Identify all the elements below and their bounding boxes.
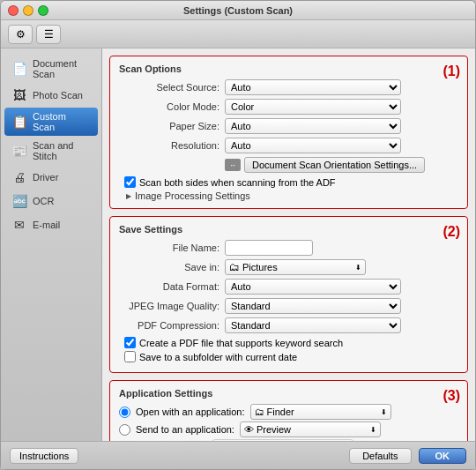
pdf-compression-select[interactable]: StandardLowHigh (225, 317, 401, 333)
paper-size-label: Paper Size: (119, 121, 225, 131)
subfolder-label: Save to a subfolder with current date (139, 352, 297, 362)
folder-icon: 🗂 (229, 261, 240, 273)
image-processing-label: Image Processing Settings (135, 190, 250, 201)
keyword-search-label: Create a PDF file that supports keyword … (139, 338, 343, 348)
select-source-row: Select Source: AutoFlatbedADF (119, 79, 458, 95)
open-with-label: Open with an application: (136, 407, 245, 417)
sidebar-label-ocr: OCR (33, 196, 54, 206)
photo-scan-icon: 🖼 (11, 87, 27, 103)
paper-size-row: Paper Size: AutoLetterA4Legal (119, 118, 458, 134)
pdf-compression-row: PDF Compression: StandardLowHigh (119, 317, 458, 333)
resolution-row: Resolution: Auto75150300600 (119, 138, 458, 153)
toolbar-icon-2: ☰ (44, 28, 54, 41)
paper-size-select[interactable]: AutoLetterA4Legal (225, 118, 401, 134)
scan-options-title: Scan Options (119, 63, 458, 74)
save-settings-section: Save Settings (2) File Name: IMG Save in… (109, 216, 468, 373)
send-to-app-row: Send to an application: 👁 Preview ⬇ (119, 422, 458, 437)
app-settings-title: Application Settings (119, 388, 458, 399)
main-window: Settings (Custom Scan) ⚙ ☰ 📄 Document Sc… (0, 0, 476, 470)
ok-button[interactable]: OK (419, 448, 467, 464)
sidebar-item-scan-stitch[interactable]: 📰 Scan and Stitch (4, 137, 98, 165)
color-mode-control: ColorGrayscaleBlack and White (225, 99, 401, 115)
scan-both-sides-checkbox[interactable] (124, 176, 136, 188)
select-source-select[interactable]: AutoFlatbedADF (225, 79, 401, 95)
subfolder-checkbox[interactable] (124, 351, 136, 362)
main-content: 📄 Document Scan 🖼 Photo Scan 📋 Custom Sc… (1, 48, 475, 441)
sidebar-item-email[interactable]: ✉ E-mail (4, 213, 98, 236)
save-in-select[interactable]: 🗂 Pictures ⬇ (225, 259, 366, 275)
open-with-row: Open with an application: 🗂 Finder ⬇ (119, 404, 458, 420)
send-to-app-arrow-icon: ⬇ (370, 426, 376, 434)
sidebar-label-driver: Driver (33, 172, 58, 183)
save-in-row: Save in: 🗂 Pictures ⬇ (119, 259, 458, 275)
titlebar: Settings (Custom Scan) (1, 1, 475, 20)
expand-triangle-icon: ▶ (126, 192, 131, 200)
file-name-input[interactable]: IMG (225, 240, 313, 256)
paper-size-control: AutoLetterA4Legal (225, 118, 401, 134)
toolbar: ⚙ ☰ (1, 20, 475, 48)
defaults-button[interactable]: Defaults (349, 448, 411, 464)
send-to-app-label: Send to an application: (136, 424, 234, 435)
toolbar-button-2[interactable]: ☰ (36, 25, 61, 44)
sidebar-label-photo-scan: Photo Scan (33, 90, 83, 101)
app-settings-section: Application Settings (3) Open with an ap… (109, 380, 468, 441)
send-to-app-select[interactable]: 👁 Preview ⬇ (240, 422, 381, 437)
select-source-label: Select Source: (119, 82, 225, 93)
sidebar-item-custom-scan[interactable]: 📋 Custom Scan (4, 108, 98, 136)
data-format-row: Data Format: AutoJPEGPNGPDFTIFF (119, 279, 458, 295)
data-format-control: AutoJPEGPNGPDFTIFF (225, 279, 401, 295)
toolbar-button-1[interactable]: ⚙ (8, 25, 33, 44)
send-to-app-radio[interactable] (119, 424, 130, 436)
send-to-app-value: Preview (257, 424, 291, 435)
file-name-label: File Name: (119, 242, 225, 253)
sidebar-item-driver[interactable]: 🖨 Driver (4, 166, 98, 189)
sidebar-label-email: E-mail (33, 220, 60, 230)
sidebar: 📄 Document Scan 🖼 Photo Scan 📋 Custom Sc… (1, 48, 102, 441)
sidebar-label-custom-scan: Custom Scan (33, 111, 91, 132)
color-mode-label: Color Mode: (119, 101, 225, 112)
document-scan-icon: 📄 (11, 61, 27, 77)
data-format-select[interactable]: AutoJPEGPNGPDFTIFF (225, 279, 401, 295)
minimize-button[interactable] (23, 5, 33, 16)
toolbar-icon-1: ⚙ (16, 28, 26, 41)
sidebar-item-document-scan[interactable]: 📄 Document Scan (4, 55, 98, 83)
resolution-select[interactable]: Auto75150300600 (225, 138, 401, 153)
bottom-right-buttons: Defaults OK (349, 448, 466, 464)
sidebar-item-ocr[interactable]: 🔤 OCR (4, 190, 98, 213)
jpeg-quality-label: JPEG Image Quality: (119, 301, 225, 311)
instructions-button[interactable]: Instructions (10, 448, 78, 464)
app-settings-number: (3) (443, 388, 460, 404)
save-in-value: Pictures (242, 262, 278, 272)
open-with-radio[interactable] (119, 407, 130, 418)
keyword-search-checkbox[interactable] (124, 337, 136, 348)
sidebar-label-document-scan: Document Scan (33, 58, 91, 79)
jpeg-quality-select[interactable]: StandardLowHigh (225, 298, 401, 314)
sidebar-item-photo-scan[interactable]: 🖼 Photo Scan (4, 84, 98, 107)
pdf-compression-control: StandardLowHigh (225, 317, 401, 333)
ocr-icon: 🔤 (11, 193, 27, 209)
right-panel: Scan Options (1) Select Source: AutoFlat… (102, 48, 475, 441)
image-processing-row[interactable]: ▶ Image Processing Settings (119, 190, 458, 201)
driver-icon: 🖨 (11, 169, 27, 185)
custom-scan-icon: 📋 (11, 114, 27, 130)
open-with-arrow-icon: ⬇ (381, 408, 387, 416)
open-with-select[interactable]: 🗂 Finder ⬇ (250, 404, 391, 420)
orientation-icon: ↔ (225, 159, 241, 171)
jpeg-quality-control: StandardLowHigh (225, 298, 401, 314)
maximize-button[interactable] (38, 5, 48, 16)
scan-stitch-icon: 📰 (11, 143, 27, 159)
save-settings-title: Save Settings (119, 224, 458, 235)
jpeg-quality-row: JPEG Image Quality: StandardLowHigh (119, 298, 458, 314)
scan-both-sides-row: Scan both sides when scanning from the A… (119, 176, 458, 188)
close-button[interactable] (8, 5, 19, 16)
data-format-label: Data Format: (119, 281, 225, 292)
finder-icon: 🗂 (255, 407, 264, 417)
send-to-folder-select[interactable]: None ⬇ (212, 439, 353, 441)
color-mode-row: Color Mode: ColorGrayscaleBlack and Whit… (119, 99, 458, 115)
file-name-row: File Name: IMG (119, 240, 458, 256)
save-in-arrow-icon: ⬇ (355, 264, 361, 272)
keyword-search-row: Create a PDF file that supports keyword … (119, 337, 458, 348)
color-mode-select[interactable]: ColorGrayscaleBlack and White (225, 99, 401, 115)
orientation-settings-button[interactable]: Document Scan Orientation Settings... (244, 157, 425, 173)
bottom-bar: Instructions Defaults OK (1, 441, 475, 469)
